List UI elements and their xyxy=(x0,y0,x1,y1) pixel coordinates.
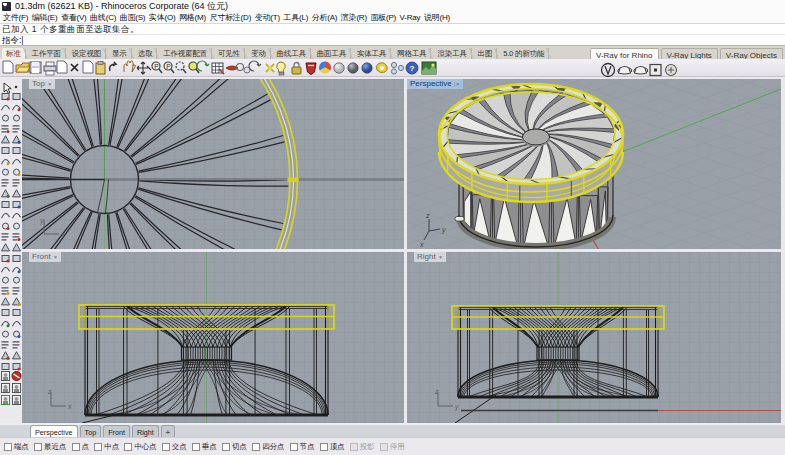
svg-text:z: z xyxy=(425,212,430,219)
svg-text:?: ? xyxy=(410,64,415,73)
svg-text:x: x xyxy=(67,403,72,410)
svg-text:y: y xyxy=(454,403,459,411)
svg-text:y: y xyxy=(441,226,446,234)
svg-text:x: x xyxy=(419,241,424,248)
svg-text:P: P xyxy=(166,63,170,70)
svg-text:y: y xyxy=(39,217,44,225)
svg-text:x: x xyxy=(60,231,65,238)
svg-text:P: P xyxy=(154,63,158,70)
svg-text:z: z xyxy=(47,388,52,395)
svg-text:z: z xyxy=(434,388,439,395)
